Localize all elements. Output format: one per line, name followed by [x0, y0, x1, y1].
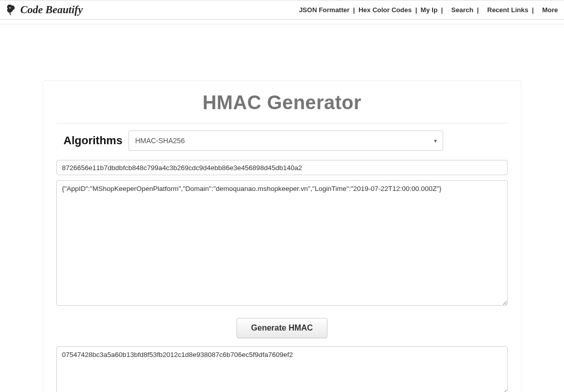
logo[interactable]: Code Beautify	[5, 4, 83, 16]
nav-sep: |	[532, 6, 535, 14]
algorithms-select[interactable]: HMAC-SHA256	[128, 130, 443, 151]
message-textarea[interactable]	[56, 180, 508, 306]
nav-links: JSON Formatter | Hex Color Codes | My Ip…	[299, 6, 558, 14]
button-row: Generate HMAC	[56, 318, 508, 338]
nav-sep: |	[353, 6, 356, 14]
brain-logo-icon	[5, 4, 17, 16]
nav-more[interactable]: More	[542, 6, 558, 14]
key-input[interactable]	[56, 160, 508, 175]
page-title: HMAC Generator	[56, 92, 508, 123]
title-divider	[56, 123, 508, 123]
nav-json-formatter[interactable]: JSON Formatter	[299, 6, 350, 14]
nav-search[interactable]: Search	[451, 6, 473, 14]
svg-point-0	[9, 7, 11, 9]
output-textarea[interactable]	[56, 346, 508, 392]
generate-hmac-button[interactable]: Generate HMAC	[237, 318, 328, 338]
algorithms-row: Algorithms HMAC-SHA256	[56, 130, 508, 151]
header-bar: Code Beautify JSON Formatter | Hex Color…	[0, 1, 564, 20]
nav-hex-color[interactable]: Hex Color Codes	[358, 6, 412, 14]
nav-recent-links[interactable]: Recent Links	[487, 6, 528, 14]
nav-sep: |	[415, 6, 418, 14]
nav-sep: |	[476, 6, 479, 14]
algorithms-label: Algorithms	[56, 134, 124, 147]
algorithms-select-wrap: HMAC-SHA256	[128, 130, 443, 151]
nav-sep: |	[441, 6, 444, 14]
logo-text: Code Beautify	[20, 4, 83, 16]
nav-my-ip[interactable]: My Ip	[421, 6, 438, 14]
main-card: HMAC Generator Algorithms HMAC-SHA256 Ge…	[43, 80, 521, 392]
header-underline	[0, 24, 564, 24]
